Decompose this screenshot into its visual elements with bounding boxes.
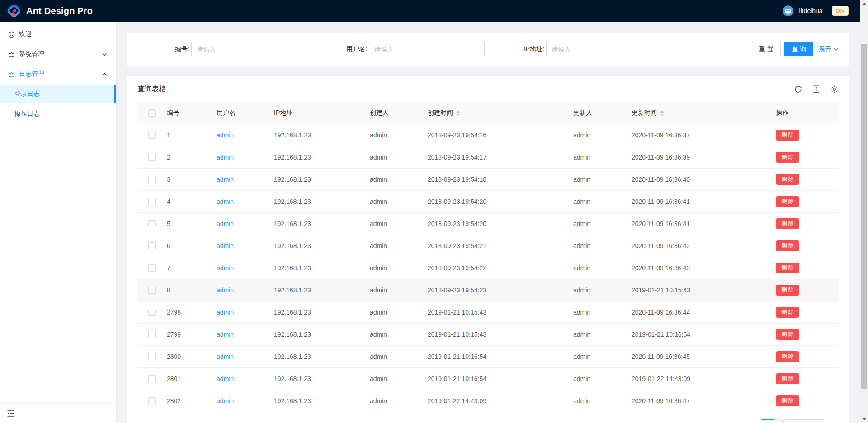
cell-update-time: 2020-11-09 16:36:47 xyxy=(632,397,690,404)
menu-fold-icon[interactable] xyxy=(7,409,15,417)
row-checkbox[interactable] xyxy=(148,132,156,139)
sort-caret-icon[interactable] xyxy=(660,110,664,116)
delete-button[interactable]: 删 除 xyxy=(776,351,799,362)
cell-create-time: 2019-01-22 14:43:09 xyxy=(428,397,486,404)
username-link[interactable]: admin xyxy=(217,176,234,183)
sidebar-item-log-management[interactable]: 日志管理 xyxy=(0,65,116,83)
data-table: 编号 用户名 IP地址 创建人 创建时间 更新人 更新时间 操作 1admin1… xyxy=(137,102,839,412)
delete-button[interactable]: 删 除 xyxy=(776,196,799,207)
cell-number: 2798 xyxy=(167,309,181,316)
column-header-create-time: 创建时间 xyxy=(424,102,570,124)
cell-number: 3 xyxy=(167,176,170,183)
row-checkbox[interactable] xyxy=(148,397,156,404)
row-checkbox[interactable] xyxy=(148,242,156,249)
table-row: 6admin192.168.1.23admin2018-09-23 19:54:… xyxy=(137,235,839,257)
delete-button[interactable]: 删 除 xyxy=(776,240,799,251)
expand-link-label: 展开 xyxy=(819,45,831,53)
reset-button[interactable]: 重 置 xyxy=(752,42,781,56)
sidebar-item-welcome[interactable]: 欢迎 xyxy=(0,25,116,43)
cell-create-time: 2019-01-21 10:15:43 xyxy=(428,331,486,338)
row-checkbox[interactable] xyxy=(148,176,156,183)
delete-button[interactable]: 删 除 xyxy=(776,285,799,296)
username-link[interactable]: admin xyxy=(217,353,234,360)
sidebar-item-login-log[interactable]: 登录日志 xyxy=(0,85,116,103)
row-checkbox[interactable] xyxy=(148,375,156,382)
number-input[interactable] xyxy=(191,42,307,56)
cell-creator: admin xyxy=(370,375,387,382)
delete-button[interactable]: 删 除 xyxy=(776,130,799,141)
username-input[interactable] xyxy=(369,42,485,56)
reload-icon[interactable] xyxy=(794,85,802,94)
sidebar-item-label: 系统管理 xyxy=(19,50,44,58)
row-checkbox[interactable] xyxy=(148,331,156,338)
query-button[interactable]: 查 询 xyxy=(784,42,813,56)
delete-button[interactable]: 删 除 xyxy=(776,218,799,229)
chevron-up-icon xyxy=(102,73,107,76)
scrollbar-thumb[interactable] xyxy=(861,44,867,389)
sidebar-item-operation-log[interactable]: 操作日志 xyxy=(0,105,116,123)
row-checkbox[interactable] xyxy=(148,287,156,294)
sort-caret-icon[interactable] xyxy=(456,110,460,116)
row-checkbox[interactable] xyxy=(148,154,156,161)
cell-update-time: 2019-01-21 10:15:43 xyxy=(632,287,690,294)
row-checkbox[interactable] xyxy=(148,198,156,205)
expand-link[interactable]: 展开 xyxy=(819,45,839,53)
username-link[interactable]: admin xyxy=(217,132,234,139)
cell-creator: admin xyxy=(370,132,387,139)
cell-update-time: 2020-11-09 16:36:44 xyxy=(632,309,690,316)
username-link[interactable]: admin xyxy=(217,331,234,338)
logo[interactable]: Ant Design Pro xyxy=(7,4,93,18)
column-header-action: 操作 xyxy=(773,102,839,124)
cell-updater: admin xyxy=(573,198,590,205)
username-link[interactable]: admin xyxy=(217,198,234,205)
delete-button[interactable]: 删 除 xyxy=(776,395,799,406)
top-header: Ant Design Pro liufeihua dev xyxy=(0,0,860,22)
pagination-page-button[interactable] xyxy=(761,419,775,423)
username-link[interactable]: admin xyxy=(217,397,234,404)
delete-button[interactable]: 删 除 xyxy=(776,152,799,163)
cell-update-time: 2020-11-09 16:36:43 xyxy=(632,264,690,272)
username-link[interactable]: admin xyxy=(217,154,234,161)
delete-button[interactable]: 删 除 xyxy=(776,263,799,273)
user-avatar[interactable] xyxy=(783,5,793,16)
ip-field-label: IP地址: xyxy=(492,45,546,53)
username-link[interactable]: admin xyxy=(217,264,234,272)
sidebar-item-system-management[interactable]: 系统管理 xyxy=(0,45,116,63)
smile-icon xyxy=(8,31,15,38)
table-row: 1admin192.168.1.23admin2018-09-23 19:54:… xyxy=(137,124,839,146)
username-link[interactable]: admin xyxy=(217,220,234,227)
cell-creator: admin xyxy=(370,353,387,360)
delete-button[interactable]: 删 除 xyxy=(776,174,799,185)
cell-creator: admin xyxy=(370,397,387,404)
user-name[interactable]: liufeihua xyxy=(799,7,822,14)
scrollbar-down-arrow-icon[interactable] xyxy=(862,418,867,420)
delete-button[interactable]: 删 除 xyxy=(776,307,799,318)
cell-number: 2799 xyxy=(167,331,181,338)
sidebar: 欢迎 系统管理 日志管理 登录日志 xyxy=(0,22,116,423)
username-link[interactable]: admin xyxy=(217,242,234,249)
table-row: 2798admin192.168.1.23admin2019-01-21 10:… xyxy=(137,301,839,323)
density-icon[interactable] xyxy=(812,85,821,94)
username-link[interactable]: admin xyxy=(217,309,234,316)
cell-updater: admin xyxy=(573,331,590,338)
cell-create-time: 2018-09-23 19:54:16 xyxy=(428,132,486,139)
column-header-number: 编号 xyxy=(163,102,213,124)
vertical-scrollbar[interactable] xyxy=(860,0,868,423)
table-row: 2799admin192.168.1.23admin2019-01-21 10:… xyxy=(137,323,839,345)
row-checkbox[interactable] xyxy=(148,353,156,360)
username-link[interactable]: admin xyxy=(217,375,234,382)
page-size-select[interactable] xyxy=(783,419,824,423)
username-link[interactable]: admin xyxy=(217,287,234,294)
delete-button[interactable]: 删 除 xyxy=(776,329,799,340)
ip-input[interactable] xyxy=(546,42,660,56)
row-checkbox[interactable] xyxy=(148,264,156,272)
delete-button[interactable]: 删 除 xyxy=(776,373,799,384)
select-all-checkbox[interactable] xyxy=(148,109,156,117)
settings-gear-icon[interactable] xyxy=(830,85,839,94)
scrollbar-up-arrow-icon[interactable] xyxy=(862,3,867,5)
table-header-row: 编号 用户名 IP地址 创建人 创建时间 更新人 更新时间 操作 xyxy=(137,102,839,124)
row-checkbox[interactable] xyxy=(148,220,156,227)
row-checkbox[interactable] xyxy=(148,309,156,316)
cell-number: 2 xyxy=(167,154,170,161)
table-toolbar: 查询表格 xyxy=(127,76,849,102)
